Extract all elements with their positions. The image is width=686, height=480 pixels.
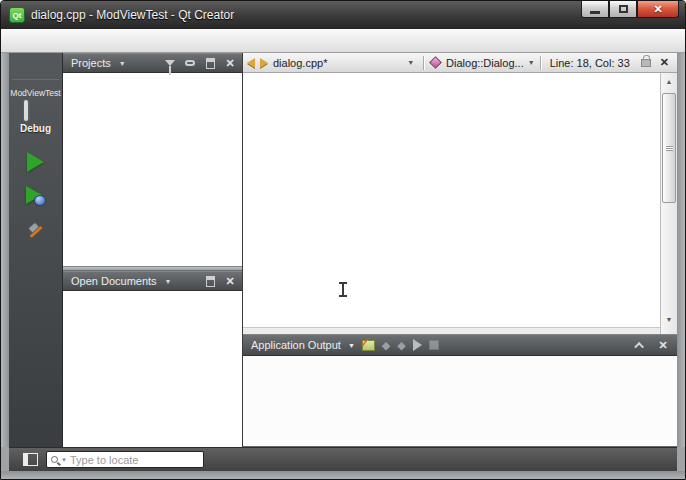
current-symbol: Dialog::Dialog... <box>446 57 524 69</box>
mode-sidebar: ModViewTest Debug <box>9 53 63 447</box>
chevron-down-icon: ▼ <box>528 59 535 66</box>
text-ibeam-cursor <box>342 283 344 296</box>
link-icon <box>185 60 195 66</box>
output-panel-content[interactable] <box>243 356 677 447</box>
chevron-down-icon[interactable]: ▼ <box>119 60 126 67</box>
scroll-up-arrow-icon[interactable]: ▲ <box>662 74 676 88</box>
run-output-icon[interactable] <box>413 339 422 351</box>
editor-toolbar: dialog.cpp* ▼ Dialog::Dialog... ▼ Line: … <box>243 53 677 73</box>
bottom-bar: ▼ <box>9 447 677 471</box>
minimize-icon <box>590 11 600 14</box>
go-back-button[interactable] <box>247 58 255 68</box>
maximize-icon <box>619 5 628 13</box>
chevron-down-icon[interactable]: ▼ <box>348 342 355 349</box>
sidebar-project-name: ModViewTest <box>9 86 62 102</box>
maximize-button[interactable] <box>609 1 637 18</box>
project-tree <box>63 73 242 266</box>
window-controls: ✕ <box>581 1 679 18</box>
qt-creator-window: Qt dialog.cpp - ModViewTest - Qt Creator… <box>0 0 686 480</box>
scrollbar-thumb[interactable] <box>662 93 676 203</box>
toggle-sidebar-button[interactable] <box>23 453 38 466</box>
minimize-button[interactable] <box>581 1 609 18</box>
sidebar-divider <box>12 79 59 80</box>
split-button[interactable] <box>202 56 218 70</box>
main-area: ModViewTest Debug Projects ▼ <box>1 53 685 447</box>
stop-icon <box>429 340 439 350</box>
left-panel: Projects ▼ ✕ Open Documents ▼ ✕ <box>63 53 243 447</box>
close-editor-button[interactable]: ✕ <box>656 56 673 69</box>
build-hammer-button[interactable] <box>25 220 47 242</box>
window-frame-left <box>1 53 9 447</box>
open-documents-list <box>63 291 242 447</box>
locator-box[interactable]: ▼ <box>46 451 204 468</box>
toolbar-separator <box>423 56 424 70</box>
editor-column: dialog.cpp* ▼ Dialog::Dialog... ▼ Line: … <box>243 53 677 447</box>
cursor-position: Line: 18, Col: 33 <box>546 57 634 69</box>
chevron-down-icon: ▼ <box>61 457 67 463</box>
menu-bar <box>1 29 685 53</box>
chevron-down-icon: ▼ <box>407 59 418 66</box>
maximize-pane-button[interactable] <box>632 338 648 352</box>
go-forward-button[interactable] <box>260 58 268 68</box>
current-file-name: dialog.cpp* <box>273 57 327 69</box>
close-icon: ✕ <box>658 339 667 352</box>
close-icon: ✕ <box>653 3 662 16</box>
horizontal-scrollbar[interactable] <box>243 327 660 334</box>
debug-run-button[interactable] <box>26 186 46 206</box>
run-button[interactable] <box>27 152 44 172</box>
filter-icon <box>165 60 175 66</box>
open-documents-title[interactable]: Open Documents <box>71 275 157 287</box>
open-file-selector[interactable]: dialog.cpp* ▼ <box>273 57 418 69</box>
chevron-down-icon[interactable]: ▼ <box>165 278 172 285</box>
code-lines[interactable] <box>243 73 660 334</box>
search-icon <box>51 456 58 463</box>
window-frame-right <box>677 53 685 447</box>
filter-button[interactable] <box>162 56 178 70</box>
sync-with-editor-button[interactable] <box>182 56 198 70</box>
split-icon <box>206 276 215 287</box>
output-panel-header: Application Output ▼ ◆ ◆ ✕ <box>243 334 677 356</box>
window-title: dialog.cpp - ModViewTest - Qt Creator <box>31 8 234 22</box>
sidebar-actions <box>9 142 62 242</box>
scroll-down-arrow-icon[interactable]: ▼ <box>662 312 676 326</box>
toolbar-separator <box>540 56 541 70</box>
close-button[interactable]: ✕ <box>637 1 679 18</box>
locator-input[interactable] <box>70 454 199 466</box>
vertical-scrollbar[interactable]: ▲ ▼ <box>660 73 677 334</box>
qt-creator-app-icon: Qt <box>9 7 25 23</box>
previous-item-icon[interactable]: ◆ <box>382 339 390 352</box>
window-frame-bottom <box>1 471 685 479</box>
computer-icon <box>24 102 48 121</box>
close-panel-button[interactable]: ✕ <box>222 274 238 288</box>
code-editor[interactable]: ▲ ▼ <box>243 73 677 334</box>
target-label: Debug <box>20 123 51 134</box>
close-pane-button[interactable]: ✕ <box>655 338 671 352</box>
method-diamond-icon <box>429 56 442 69</box>
file-lock-icon[interactable] <box>641 59 651 67</box>
rerun-check-icon[interactable] <box>362 340 375 351</box>
next-item-icon[interactable]: ◆ <box>397 339 405 352</box>
close-panel-button[interactable]: ✕ <box>222 56 238 70</box>
close-icon: ✕ <box>225 57 234 70</box>
split-icon <box>206 58 215 69</box>
output-panel-title[interactable]: Application Output <box>251 339 341 351</box>
title-bar[interactable]: Qt dialog.cpp - ModViewTest - Qt Creator… <box>1 1 685 29</box>
chevron-up-icon <box>634 341 644 351</box>
close-icon: ✕ <box>225 275 234 288</box>
projects-panel-header: Projects ▼ ✕ <box>63 53 242 73</box>
target-selector[interactable]: Debug <box>9 102 62 142</box>
split-button[interactable] <box>202 274 218 288</box>
projects-panel-title[interactable]: Projects <box>71 57 111 69</box>
open-documents-header: Open Documents ▼ ✕ <box>63 271 242 291</box>
symbol-selector[interactable]: Dialog::Dialog... ▼ <box>429 57 535 69</box>
